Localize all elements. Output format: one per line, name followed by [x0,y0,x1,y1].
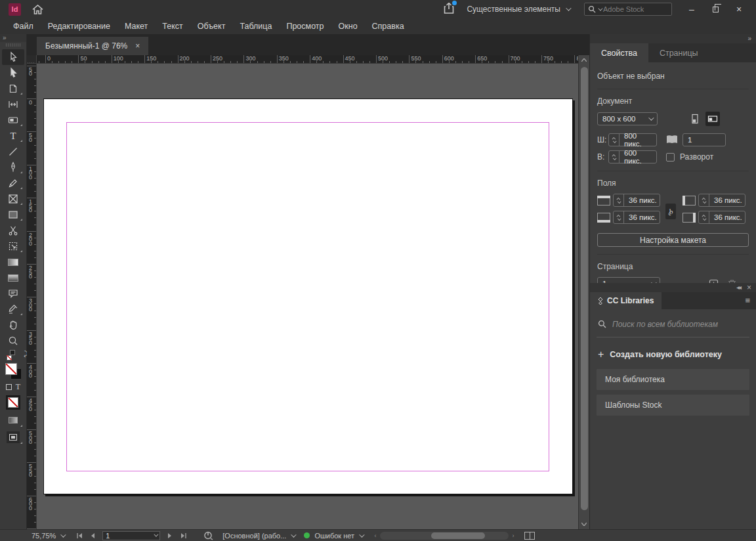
portrait-icon[interactable] [688,112,702,126]
direct-selection-tool[interactable] [2,65,24,81]
vertical-ruler[interactable]: 5005010015020025030035040045050055060065… [27,64,37,529]
pages-count-field[interactable]: 1 [682,133,726,146]
stroke-swatch[interactable] [2,393,24,412]
layer-indicator[interactable]: [Основной] (рабо... [222,532,295,540]
page-size-select[interactable]: 800 x 600 [597,112,658,125]
scroll-left-icon[interactable]: ‹ [371,530,380,540]
minimize-button[interactable]: – [685,3,698,16]
swap-fill-stroke-icon[interactable]: ⤸ [2,349,24,362]
next-page-icon[interactable] [164,530,176,540]
menu-item-7[interactable]: Просмотр [279,22,331,31]
ruler-label: 50 [29,133,32,142]
facing-pages-checkbox[interactable] [666,153,675,162]
panel-close-icon[interactable]: × [747,283,751,292]
horizontal-scroll-track[interactable] [380,532,509,540]
menu-item-4[interactable]: Текст [155,22,190,31]
cc-search-input[interactable]: Поиск по всем библиотекам [597,309,749,337]
scroll-right-icon[interactable]: › [509,530,518,540]
menu-item-1[interactable]: Файл [6,22,41,31]
menu-item-2[interactable]: Редактирование [41,22,117,31]
last-page-icon[interactable] [177,530,189,540]
library-item[interactable]: Шаблоны Stock [597,395,749,416]
vertical-scrollbar[interactable] [578,55,589,529]
container-text-toggle[interactable]: T [2,380,24,393]
page-number-field[interactable]: 1 [102,531,160,540]
page-tool[interactable] [2,81,24,97]
gradient-feather-tool[interactable] [2,270,24,286]
link-margins-icon[interactable]: ꞗ [665,204,676,219]
menu-item-3[interactable]: Макет [117,22,155,31]
horizontal-scroll-thumb[interactable] [431,532,485,539]
prev-page-icon[interactable] [87,530,98,540]
line-tool[interactable] [2,144,24,160]
rectangle-tool[interactable] [2,207,24,223]
scroll-up-icon[interactable] [579,55,590,65]
ruler-origin[interactable] [27,55,37,64]
width-field[interactable]: 800 пикс. [608,133,657,146]
cc-menu-icon[interactable]: ≡ [745,292,756,309]
scissors-tool[interactable] [2,223,24,238]
close-tab-icon[interactable]: × [135,41,140,51]
tab-pages[interactable]: Страницы [648,43,709,62]
apply-gradient-button[interactable] [2,412,24,429]
tab-cc-libraries[interactable]: CC Libraries [590,292,662,309]
type-tool[interactable]: T [2,128,24,144]
panel-collapse-left-icon[interactable]: ◂◂ [736,284,740,291]
note-tool[interactable] [2,286,24,301]
margin-top-field[interactable]: 36 пикс. [613,194,660,207]
landscape-icon[interactable] [705,112,720,126]
document-tab-bar: Безымянный-1 @ 76% × [27,34,589,55]
preflight-status[interactable]: Ошибок нет [304,532,363,540]
frame-tool[interactable] [2,191,24,207]
restore-button[interactable] [709,3,722,16]
vertical-scroll-thumb[interactable] [581,67,588,510]
pencil-tool[interactable] [2,175,24,191]
page-select[interactable]: 1 [597,277,660,283]
zoom-level-select[interactable]: 75,75% [32,532,64,540]
tools-grip[interactable] [6,43,20,47]
create-library-button[interactable]: + Создать новую библиотеку [597,337,749,369]
close-button[interactable]: × [732,3,746,16]
hand-tool[interactable] [2,317,24,333]
margin-bottom-field[interactable]: 36 пикс. [613,211,660,224]
document-tab[interactable]: Безымянный-1 @ 76% × [37,37,148,55]
share-icon[interactable] [443,2,455,16]
menu-item-9[interactable]: Справка [365,22,411,31]
pen-tool[interactable] [2,160,24,175]
content-collector-tool[interactable] [2,112,24,128]
screen-mode-button[interactable] [2,429,24,446]
menu-item-5[interactable]: Объект [190,22,233,31]
workspace-switcher[interactable]: Существенные элементы [467,5,570,14]
eyedropper-tool[interactable] [2,301,24,317]
adjust-layout-button[interactable]: Настройка макета [597,233,749,247]
free-transform-tool[interactable] [2,238,24,254]
margin-right-field[interactable]: 36 пикс. [698,211,746,224]
ruler-tick [329,61,330,63]
preflight-icon[interactable] [203,531,213,540]
menu-item-8[interactable]: Окно [331,22,365,31]
fill-swatch[interactable] [2,362,24,380]
gradient-swatch-tool[interactable] [2,254,24,270]
first-page-icon[interactable] [74,530,85,540]
height-field[interactable]: 600 пикс. [608,150,657,163]
pasteboard[interactable] [37,64,578,529]
tools-collapse-button[interactable]: » [0,34,26,42]
menu-item-6[interactable]: Таблица [232,22,279,31]
scroll-down-icon[interactable] [579,519,590,529]
gap-tool[interactable] [2,97,24,112]
horizontal-ruler[interactable]: 0501001502002503003504004505005506006507… [37,55,578,64]
selection-tool[interactable] [2,49,24,65]
margin-left-field[interactable]: 36 пикс. [698,194,746,207]
zoom-tool[interactable] [2,333,24,349]
horizontal-scrollbar[interactable]: ‹ › [371,530,518,540]
cc-libraries-tabs: CC Libraries ≡ [590,292,756,309]
page[interactable] [43,98,573,494]
library-item[interactable]: Моя библиотека [597,369,749,390]
panel-collapse-button[interactable]: » [590,34,756,43]
tab-properties[interactable]: Свойства [590,43,648,62]
split-view-icon[interactable] [524,532,535,540]
height-stepper[interactable] [609,151,620,163]
width-stepper[interactable] [609,134,620,146]
home-icon[interactable] [32,5,43,14]
stock-search-input[interactable]: Adobe Stock [584,3,672,16]
